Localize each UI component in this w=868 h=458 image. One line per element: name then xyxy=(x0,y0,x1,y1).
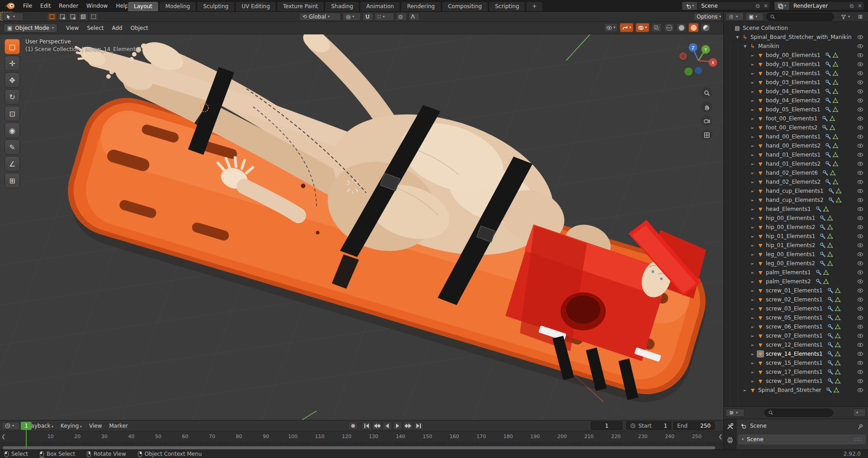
expand-arrow-icon[interactable] xyxy=(751,207,757,211)
outliner-row[interactable]: body_00_Elements1 xyxy=(724,51,868,60)
modifiers-wrench-icon[interactable] xyxy=(825,143,831,149)
modifiers-wrench-icon[interactable] xyxy=(820,251,826,258)
mesh-data-icon[interactable] xyxy=(823,206,829,212)
outliner-row[interactable]: leg_00_Elements1 xyxy=(724,250,868,259)
mesh-data-icon[interactable] xyxy=(832,97,839,104)
topbar-menu[interactable]: Window xyxy=(82,0,112,12)
expand-arrow-icon[interactable] xyxy=(751,343,757,347)
camera-view-button[interactable] xyxy=(701,115,712,126)
workspace-tab[interactable]: Scripting xyxy=(489,1,525,11)
outliner-row[interactable]: Spinal_Board_Stretcher_with_Manikin xyxy=(724,33,868,42)
mesh-data-icon[interactable] xyxy=(830,170,836,176)
tool-button[interactable]: ∠ xyxy=(5,156,20,172)
hide-in-viewport-eye-icon[interactable] xyxy=(857,360,863,366)
mesh-data-icon[interactable] xyxy=(832,161,839,167)
viewport-menu[interactable]: Object xyxy=(127,22,152,34)
modifiers-wrench-icon[interactable] xyxy=(828,188,835,194)
mesh-data-icon[interactable] xyxy=(827,260,833,267)
hide-in-viewport-eye-icon[interactable] xyxy=(857,296,863,303)
expand-arrow-icon[interactable] xyxy=(751,62,757,67)
timeline-right-chevron[interactable]: ❮ xyxy=(718,434,722,439)
outliner-row[interactable]: screw_15_Elements1 xyxy=(724,358,868,367)
modifiers-wrench-icon[interactable] xyxy=(825,88,831,95)
tool-settings-dropdown[interactable]: ▾ xyxy=(3,13,24,21)
modifiers-wrench-icon[interactable] xyxy=(816,206,822,212)
modifiers-wrench-icon[interactable] xyxy=(825,52,831,58)
output-properties-tab[interactable] xyxy=(726,436,734,444)
workspace-tab[interactable]: Sculpting xyxy=(197,1,235,11)
mesh-data-icon[interactable] xyxy=(835,296,841,303)
expand-arrow-icon[interactable] xyxy=(751,53,757,57)
xray-toggle[interactable] xyxy=(651,23,662,32)
mesh-data-icon[interactable] xyxy=(832,52,839,58)
view-layer-icon[interactable]: ▾ xyxy=(774,1,790,10)
mesh-data-icon[interactable] xyxy=(827,251,833,258)
play-reverse-button[interactable] xyxy=(382,422,392,430)
mesh-data-icon[interactable] xyxy=(835,324,841,330)
mesh-data-icon[interactable] xyxy=(832,79,839,86)
hide-in-viewport-eye-icon[interactable] xyxy=(857,287,863,294)
outliner-row[interactable]: screw_12_Elements1 xyxy=(724,340,868,349)
section-drag-dots[interactable]: ∷∷ xyxy=(854,436,862,443)
hide-in-viewport-eye-icon[interactable] xyxy=(857,34,863,40)
outliner-row[interactable]: hip_00_Elements2 xyxy=(724,223,868,232)
expand-arrow-icon[interactable] xyxy=(751,198,757,202)
pivot-point-dropdown[interactable]: ◎▾ xyxy=(343,13,361,21)
prev-keyframe-button[interactable] xyxy=(372,422,382,430)
timeline-menu[interactable]: View xyxy=(85,423,105,429)
expand-arrow-icon[interactable] xyxy=(744,388,749,392)
outliner-row[interactable]: body_02_Elements1 xyxy=(724,69,868,78)
mesh-data-icon[interactable] xyxy=(835,360,841,366)
modifiers-wrench-icon[interactable] xyxy=(827,333,834,339)
interaction-mode-dropdown[interactable]: ▣ Object Mode ▾ xyxy=(4,24,57,33)
workspace-tab[interactable]: Rendering xyxy=(401,1,441,11)
object-visibility-dropdown[interactable]: ▾ xyxy=(604,23,618,32)
outliner-row[interactable]: body_04_Elements2 xyxy=(724,96,868,105)
outliner-display-mode-dropdown[interactable]: ▣▾ xyxy=(745,13,764,21)
tool-button[interactable]: ⊡ xyxy=(5,106,20,121)
current-frame-field[interactable]: 1 xyxy=(591,421,623,430)
outliner-row[interactable]: leg_00_Elements2 xyxy=(724,259,868,268)
hide-in-viewport-eye-icon[interactable] xyxy=(857,161,863,167)
expand-arrow-icon[interactable] xyxy=(751,135,757,139)
workspace-tab[interactable]: Animation xyxy=(360,1,400,11)
outliner-row[interactable]: hand_01_Elements2 xyxy=(724,159,868,168)
mesh-data-icon[interactable] xyxy=(832,106,839,113)
modifiers-wrench-icon[interactable] xyxy=(816,278,822,285)
mesh-data-icon[interactable] xyxy=(833,387,840,393)
viewport-menu[interactable]: Add xyxy=(108,22,126,34)
modifiers-wrench-icon[interactable] xyxy=(825,106,831,113)
hide-in-viewport-eye-icon[interactable] xyxy=(857,224,863,230)
ortho-toggle-button[interactable] xyxy=(701,129,712,140)
timeline-panel[interactable]: ▾ Playback ▾Keying ▾ViewMarker 1 Start 1… xyxy=(0,420,723,449)
modifiers-wrench-icon[interactable] xyxy=(827,342,834,348)
modifiers-wrench-icon[interactable] xyxy=(827,369,834,375)
current-frame-indicator[interactable]: 1 xyxy=(21,422,32,430)
expand-arrow-icon[interactable] xyxy=(751,81,757,85)
expand-arrow-icon[interactable] xyxy=(751,171,757,175)
expand-arrow-icon[interactable] xyxy=(751,361,757,365)
outliner-row[interactable]: hip_01_Elements2 xyxy=(724,241,868,250)
tool-button[interactable]: ↻ xyxy=(5,89,20,105)
outliner-row[interactable]: Scene Collection xyxy=(724,24,868,33)
outliner-search-input[interactable] xyxy=(766,13,834,21)
hide-in-viewport-eye-icon[interactable] xyxy=(857,97,863,104)
snap-with-dropdown[interactable]: ∷▾ xyxy=(374,13,394,21)
modifiers-wrench-icon[interactable] xyxy=(825,61,831,67)
shading-rendered-button[interactable] xyxy=(701,23,711,32)
expand-arrow-icon[interactable] xyxy=(751,90,757,94)
expand-arrow-icon[interactable] xyxy=(744,44,749,48)
expand-arrow-icon[interactable] xyxy=(751,325,757,329)
expand-arrow-icon[interactable] xyxy=(751,289,757,293)
hide-in-viewport-eye-icon[interactable] xyxy=(857,351,863,357)
scene-section-header[interactable]: ▾ Scene ∷∷ xyxy=(738,434,866,444)
scene-render[interactable] xyxy=(0,34,723,420)
expand-arrow-icon[interactable] xyxy=(751,144,757,148)
mesh-data-icon[interactable] xyxy=(832,61,839,67)
show-overlays-toggle[interactable]: ▾ xyxy=(636,23,649,32)
hide-in-viewport-eye-icon[interactable] xyxy=(857,251,863,258)
proportional-falloff-dropdown[interactable]: Λ xyxy=(409,13,420,21)
mesh-data-icon[interactable] xyxy=(832,134,839,140)
mesh-data-icon[interactable] xyxy=(835,342,841,348)
outliner-row[interactable]: screw_06_Elements1 xyxy=(724,322,868,331)
